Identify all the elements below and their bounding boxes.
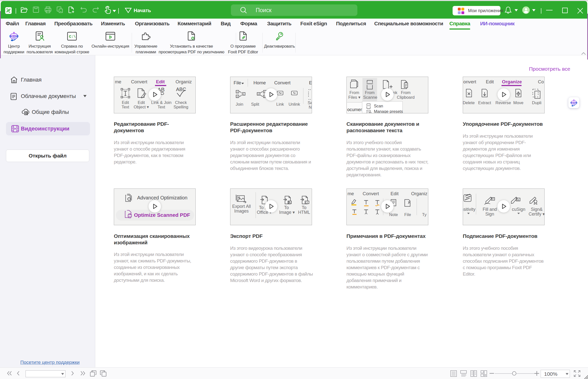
svg-text:File: File <box>404 212 411 217</box>
svg-text:Fill and: Fill and <box>483 207 497 212</box>
svg-text:Certify ▾: Certify ▾ <box>529 212 545 217</box>
svg-text:Export All: Export All <box>232 204 251 209</box>
svg-text:05: 05 <box>517 199 519 201</box>
svg-text:Note: Note <box>389 212 398 217</box>
svg-text:Edit: Edit <box>138 100 145 105</box>
svg-text:Spelling: Spelling <box>174 105 188 109</box>
svg-text:ABC: ABC <box>176 87 186 92</box>
svg-text:From: From <box>401 90 410 95</box>
svg-text:cuSign: cuSign <box>512 207 525 212</box>
svg-text:Scanne: Scanne <box>363 95 377 100</box>
svg-text:Dupli: Dupli <box>532 100 541 105</box>
svg-text:Object ▾: Object ▾ <box>134 105 149 109</box>
svg-text:Image ▾: Image ▾ <box>279 210 295 215</box>
svg-text:To: To <box>302 205 307 210</box>
svg-text:Text: Text <box>122 105 129 109</box>
svg-text:Link & Join: Link & Join <box>151 100 172 105</box>
svg-text:2: 2 <box>237 95 238 98</box>
svg-text:Home: Home <box>253 80 266 85</box>
svg-text:1: 1 <box>237 90 238 93</box>
svg-text:Co: Co <box>538 79 544 84</box>
svg-text:1: 1 <box>258 93 259 95</box>
svg-text:Organiz: Organiz <box>411 191 428 196</box>
svg-text:Text: Text <box>157 105 165 109</box>
svg-text:Manage presets: Manage presets <box>374 109 403 113</box>
svg-text:Clipboard: Clipboard <box>397 95 415 100</box>
svg-text:1: 1 <box>243 93 244 95</box>
svg-text:Organize: Organize <box>502 79 522 84</box>
svg-text:Edit: Edit <box>156 79 165 84</box>
svg-text:File: File <box>234 80 241 85</box>
svg-text:Sign&: Sign& <box>531 207 543 212</box>
svg-text:me: me <box>115 79 121 84</box>
svg-text:Extract: Extract <box>478 100 491 105</box>
svg-text:Reverse: Reverse <box>495 100 511 105</box>
svg-text:Sign: Sign <box>485 212 494 217</box>
svg-text:To: To <box>284 205 289 210</box>
svg-text:nsitivity: nsitivity <box>463 207 475 212</box>
svg-text:From: From <box>365 90 374 95</box>
svg-text:Join: Join <box>236 102 243 107</box>
svg-text:Edit: Edit <box>122 100 129 105</box>
svg-text:Ty: Ty <box>422 212 427 217</box>
svg-text:me: me <box>347 191 354 196</box>
svg-text:E: E <box>309 80 312 85</box>
svg-text:Se: Se <box>308 100 312 105</box>
svg-text:Move: Move <box>513 100 524 105</box>
svg-text:Optimize Scanned PDF: Optimize Scanned PDF <box>134 212 190 218</box>
svg-text:Check: Check <box>175 100 187 105</box>
svg-text:Files ▾: Files ▾ <box>348 95 361 100</box>
svg-text:N: N <box>309 105 312 110</box>
svg-text:Organiz: Organiz <box>176 79 192 84</box>
svg-text:Link: Link <box>276 102 284 107</box>
svg-text:Unlink: Unlink <box>288 102 300 107</box>
svg-text:From: From <box>349 90 359 95</box>
svg-text:Convert: Convert <box>363 191 379 196</box>
svg-text:Advanced Optimization: Advanced Optimization <box>137 195 187 200</box>
svg-text:Convert: Convert <box>274 80 291 85</box>
svg-text:C:\: C:\ <box>69 35 76 39</box>
svg-text:HTML: HTML <box>298 210 310 215</box>
svg-text:Convert: Convert <box>131 79 147 84</box>
svg-text:Scan: Scan <box>374 104 383 108</box>
svg-text:Edit: Edit <box>486 79 494 84</box>
svg-text:onvert: onvert <box>463 79 476 84</box>
svg-text:Edit: Edit <box>391 191 399 196</box>
svg-text:Delete: Delete <box>463 100 475 105</box>
svg-text:Images: Images <box>234 209 249 214</box>
svg-text:Split: Split <box>251 102 259 107</box>
